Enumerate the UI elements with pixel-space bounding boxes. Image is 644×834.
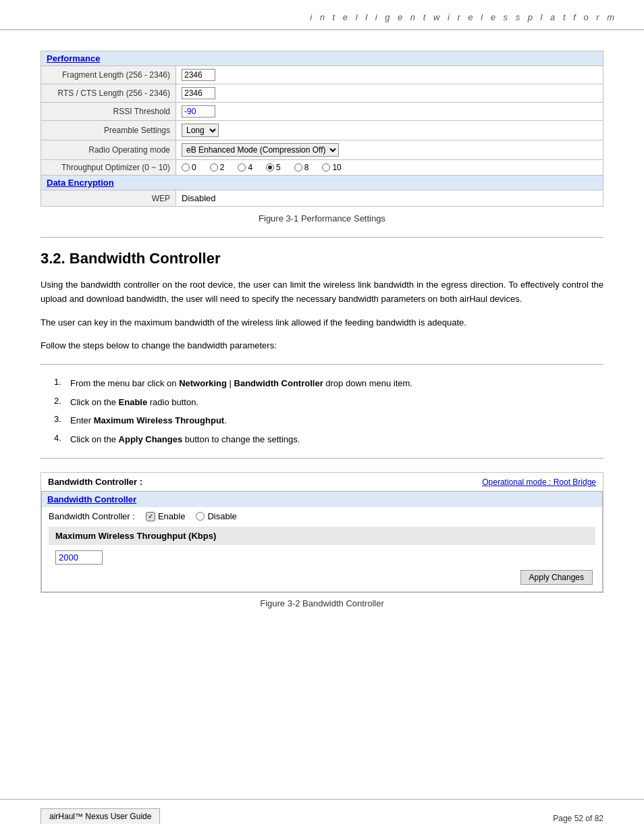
step-1-text: From the menu bar click on Networking | … — [70, 377, 412, 390]
data-encryption-header-row: Data Encryption — [41, 176, 603, 190]
widget-top-bar: Bandwidth Controller : Operational mode … — [41, 473, 603, 491]
rts-cts-value-cell — [176, 84, 603, 103]
rssi-label: RSSI Threshold — [41, 103, 176, 121]
steps-container: 1. From the menu bar click on Networking… — [41, 364, 603, 459]
data-encryption-link[interactable]: Data Encryption — [47, 178, 114, 188]
steps-intro: Follow the steps below to change the ban… — [41, 339, 603, 353]
section-heading: 3.2. Bandwidth Controller — [41, 250, 603, 267]
disable-radio[interactable]: Disable — [196, 511, 236, 521]
disable-radio-dot — [196, 512, 205, 521]
fragment-length-label: Fragment Length (256 - 2346) — [41, 66, 176, 84]
header-title: i n t e l l i g e n t w i r e l e s s p … — [310, 12, 617, 22]
radio-dot-8 — [294, 163, 302, 172]
throughput-radio-0[interactable]: 0 — [182, 163, 196, 172]
preamble-row: Preamble Settings Long Short — [41, 121, 603, 140]
throughput-optimizer-row: Throughput Optimizer (0 ~ 10) 0 2 4 — [41, 160, 603, 176]
max-throughput-label: Maximum Wireless Throughput (Kbps) — [55, 531, 216, 541]
radio-label-2: 2 — [220, 163, 225, 172]
section-title: Bandwidth Controller — [70, 250, 221, 267]
apply-changes-button[interactable]: Apply Changes — [520, 570, 593, 585]
radio-mode-select[interactable]: eB Enhanced Mode (Compression Off) Stand… — [182, 143, 339, 157]
radio-dot-10 — [322, 163, 330, 172]
radio-label-5: 5 — [276, 163, 281, 172]
fragment-length-row: Fragment Length (256 - 2346) — [41, 66, 603, 84]
radio-dot-5 — [266, 163, 274, 172]
wep-value-cell: Disabled — [176, 190, 603, 207]
throughput-optimizer-value-cell: 0 2 4 5 8 — [176, 160, 603, 176]
throughput-optimizer-label: Throughput Optimizer (0 ~ 10) — [41, 160, 176, 176]
step-2-number: 2. — [54, 396, 70, 409]
rssi-input[interactable] — [182, 105, 215, 118]
step-3-text: Enter Maximum Wireless Throughput. — [70, 414, 227, 427]
step-3-bold: Maximum Wireless Throughput — [94, 415, 224, 425]
throughput-radio-2[interactable]: 2 — [210, 163, 225, 172]
rssi-value-cell — [176, 103, 603, 121]
step-1-number: 1. — [54, 377, 70, 390]
step-1-bold-networking: Networking — [179, 378, 227, 388]
rts-cts-label: RTS / CTS Length (256 - 2346) — [41, 84, 176, 103]
performance-header-cell: Performance — [41, 51, 603, 66]
step-3: 3. Enter Maximum Wireless Throughput. — [41, 414, 603, 427]
performance-header-row: Performance — [41, 51, 603, 66]
footer-right-text: Page 52 of 82 — [553, 814, 603, 823]
radio-mode-label: Radio Operating mode — [41, 140, 176, 160]
fragment-length-input[interactable] — [182, 69, 215, 81]
enable-label: Enable — [158, 511, 185, 521]
throughput-input-row — [49, 548, 595, 567]
step-4-number: 4. — [54, 433, 70, 446]
throughput-radio-4[interactable]: 4 — [238, 163, 252, 172]
section-number: 3.2. — [41, 250, 65, 267]
max-throughput-section: Maximum Wireless Throughput (Kbps) — [49, 527, 595, 545]
footer-tab: airHaul™ Nexus User Guide — [41, 808, 160, 824]
performance-link[interactable]: Performance — [47, 53, 100, 63]
enable-checkbox-icon: ✓ — [146, 512, 155, 521]
widget-body: Bandwidth Controller : ✓ Enable Disable … — [42, 507, 602, 592]
widget-title: Bandwidth Controller : — [48, 477, 142, 487]
step-4: 4. Click on the Apply Changes button to … — [41, 433, 603, 446]
radio-label-4: 4 — [248, 163, 252, 172]
bw-controller-label: Bandwidth Controller : — [49, 511, 135, 521]
paragraph-1: Using the bandwidth controller on the ro… — [41, 278, 603, 307]
throughput-radio-10[interactable]: 10 — [322, 163, 341, 172]
check-mark: ✓ — [148, 513, 153, 520]
bw-controller-row: Bandwidth Controller : ✓ Enable Disable — [49, 511, 595, 521]
paragraph-2: The user can key in the maximum bandwidt… — [41, 316, 603, 330]
radio-dot-2 — [210, 163, 218, 172]
radio-mode-value-cell: eB Enhanced Mode (Compression Off) Stand… — [176, 140, 603, 160]
step-2-text: Click on the Enable radio button. — [70, 396, 198, 409]
wep-row: WEP Disabled — [41, 190, 603, 207]
step-2-bold: Enable — [119, 397, 148, 407]
figure2-caption: Figure 3-2 Bandwidth Controller — [41, 598, 603, 608]
radio-dot-4 — [238, 163, 246, 172]
step-4-bold: Apply Changes — [119, 434, 183, 444]
figure1-caption: Figure 3-1 Performance Settings — [41, 213, 603, 224]
step-1-bold-bw: Bandwidth Controller — [234, 378, 323, 388]
throughput-input[interactable] — [55, 550, 103, 565]
preamble-label: Preamble Settings — [41, 121, 176, 140]
step-3-number: 3. — [54, 414, 70, 427]
throughput-radio-group: 0 2 4 5 8 — [182, 163, 597, 172]
step-4-text: Click on the Apply Changes button to cha… — [70, 433, 300, 446]
rts-cts-row: RTS / CTS Length (256 - 2346) — [41, 84, 603, 103]
radio-label-8: 8 — [304, 163, 309, 172]
preamble-value-cell: Long Short — [176, 121, 603, 140]
throughput-radio-5[interactable]: 5 — [266, 163, 281, 172]
preamble-select[interactable]: Long Short — [182, 124, 219, 137]
radio-mode-row: Radio Operating mode eB Enhanced Mode (C… — [41, 140, 603, 160]
main-content: Performance Fragment Length (256 - 2346)… — [0, 30, 644, 642]
radio-label-10: 10 — [332, 163, 341, 172]
fragment-length-value-cell — [176, 66, 603, 84]
bw-controller-header-link[interactable]: Bandwidth Controller — [47, 494, 136, 504]
page-header: i n t e l l i g e n t w i r e l e s s p … — [0, 0, 644, 30]
wep-label-cell: WEP — [41, 190, 176, 207]
rssi-row: RSSI Threshold — [41, 103, 603, 121]
step-2: 2. Click on the Enable radio button. — [41, 396, 603, 409]
operational-mode-link[interactable]: Operational mode : Root Bridge — [482, 477, 596, 487]
footer-left-text: airHaul™ Nexus User Guide — [49, 812, 151, 821]
rts-cts-input[interactable] — [182, 87, 215, 99]
step-1: 1. From the menu bar click on Networking… — [41, 377, 603, 390]
radio-label-0: 0 — [192, 163, 196, 172]
enable-radio[interactable]: ✓ Enable — [146, 511, 185, 521]
radio-dot-0 — [182, 163, 190, 172]
throughput-radio-8[interactable]: 8 — [294, 163, 309, 172]
